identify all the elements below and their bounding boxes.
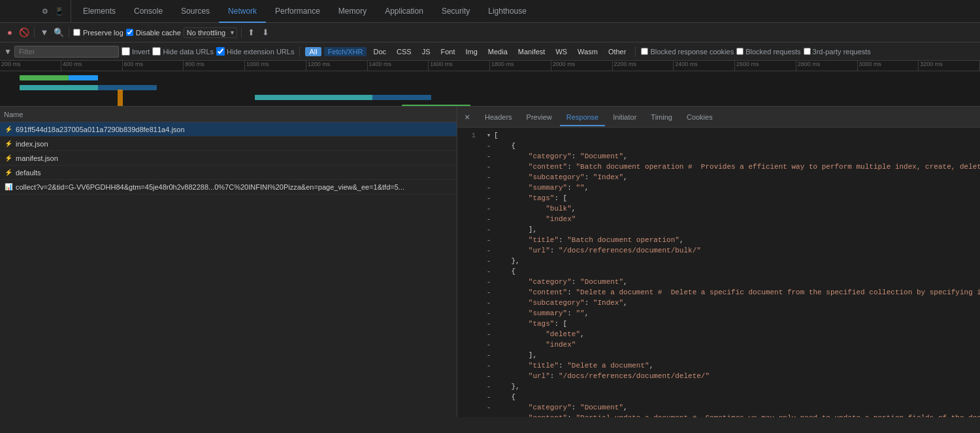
tab-bar: ⚙ 📱 Elements Console Sources Network Per… [0, 0, 980, 23]
type-btn-manifest[interactable]: Manifest [514, 47, 549, 56]
panel-tab-initiator[interactable]: Initiator [606, 108, 643, 126]
type-btn-all[interactable]: All [305, 47, 321, 56]
blocked-cookies-label[interactable]: Blocked response cookies [641, 48, 734, 56]
third-party-checkbox[interactable] [804, 48, 811, 55]
hide-extension-urls-label[interactable]: Hide extension URLs [216, 47, 294, 56]
type-btn-ws[interactable]: WS [551, 47, 571, 56]
third-party-label[interactable]: 3rd-party requests [804, 48, 871, 56]
invert-checkbox-label[interactable]: Invert [122, 47, 150, 56]
json-line-13: - }, [457, 256, 980, 266]
tick-2000: 2000 ms [551, 61, 613, 71]
divider1 [34, 27, 35, 38]
hide-data-urls-label[interactable]: Hide data URLs [152, 47, 214, 56]
blocked-requests-label[interactable]: Blocked requests [736, 48, 800, 56]
filter-button[interactable]: ▼ [39, 27, 50, 39]
tick-1200: 1200 ms [306, 61, 368, 71]
type-btn-other[interactable]: Other [604, 47, 630, 56]
blocked-cookies-text: Blocked response cookies [650, 48, 734, 56]
json-content[interactable]: 1 ▾ [ - { - "category": "Document", - "c… [457, 128, 980, 417]
type-btn-fetch-xhr[interactable]: Fetch/XHR [324, 47, 367, 56]
tab-lighthouse[interactable]: Lighthouse [479, 0, 536, 23]
tab-sources[interactable]: Sources [172, 0, 219, 23]
record-button[interactable]: ● [4, 27, 16, 39]
json-line-3: - "category": "Document", [457, 151, 980, 162]
request-list: Name ⚡ 691ff544d18a237005a011a7290b839d8… [0, 107, 457, 417]
type-btn-font[interactable]: Font [436, 47, 459, 56]
type-btn-media[interactable]: Media [484, 47, 512, 56]
panel-tab-preview[interactable]: Preview [520, 108, 559, 126]
json-line-4: - "content": "Batch document operation #… [457, 162, 980, 172]
filter-icon: ▼ [4, 47, 12, 56]
json-line-20: - "delete", [457, 329, 980, 339]
filter-divider2 [635, 46, 636, 57]
panel-tabs: × Headers Preview Response Initiator Tim… [457, 107, 980, 128]
tick-1000: 1000 ms [245, 61, 306, 71]
bar-1b [69, 75, 98, 80]
request-icon-1: ⚡ [4, 139, 13, 148]
device-toggle-icon[interactable]: 📱 [54, 5, 65, 17]
divider2 [69, 27, 69, 38]
blocked-requests-checkbox[interactable] [736, 48, 743, 55]
json-line-7: - "tags": [ [457, 193, 980, 203]
json-line-28: - "content": "Partial update a document … [457, 413, 980, 417]
timeline-bars [0, 71, 980, 107]
json-line-6: - "summary": "", [457, 182, 980, 193]
tab-console[interactable]: Console [125, 0, 172, 23]
type-btn-img[interactable]: Img [461, 47, 481, 56]
json-line-1: 1 ▾ [ [457, 130, 980, 141]
main-content: Name ⚡ 691ff544d18a237005a011a7290b839d8… [0, 107, 980, 417]
tab-security[interactable]: Security [433, 0, 479, 23]
panel-close-button[interactable]: × [461, 111, 473, 123]
type-btn-doc[interactable]: Doc [369, 47, 390, 56]
type-btn-js[interactable]: JS [418, 47, 434, 56]
request-row-0[interactable]: ⚡ 691ff544d18a237005a011a7290b839d8fe811… [0, 122, 457, 137]
type-btn-wasm[interactable]: Wasm [574, 47, 602, 56]
tab-memory[interactable]: Memory [329, 0, 376, 23]
bar-1 [20, 75, 69, 80]
request-name-0: 691ff544d18a237005a011a7290b839d8fe811a4… [16, 126, 453, 133]
disable-cache-label[interactable]: Disable cache [126, 29, 181, 37]
preserve-log-checkbox[interactable] [73, 29, 80, 36]
request-row-1[interactable]: ⚡ index.json [0, 137, 457, 151]
request-name-2: manifest.json [16, 154, 453, 162]
blocked-cookies-checkbox[interactable] [641, 48, 648, 55]
json-line-11: - "title": "Batch document operation", [457, 235, 980, 245]
hide-data-urls-checkbox[interactable] [152, 47, 161, 56]
clear-button[interactable]: 🚫 [18, 27, 30, 39]
panel-tab-timing[interactable]: Timing [644, 108, 679, 126]
tick-200: 200 ms [0, 61, 61, 71]
import-button[interactable]: ⬆ [246, 27, 257, 39]
tick-400: 400 ms [61, 61, 123, 71]
invert-checkbox[interactable] [122, 47, 130, 56]
hide-data-urls-text: Hide data URLs [163, 48, 214, 56]
preserve-log-label[interactable]: Preserve log [73, 29, 123, 37]
filter-input[interactable] [14, 46, 119, 58]
json-line-15: - "category": "Document", [457, 277, 980, 287]
request-row-3[interactable]: ⚡ defaults [0, 165, 457, 180]
tick-2800: 2800 ms [796, 61, 858, 71]
timeline-row-1 [0, 73, 980, 82]
json-line-8: - "bulk", [457, 203, 980, 214]
tab-elements[interactable]: Elements [74, 0, 125, 23]
tick-3200: 3200 ms [919, 61, 980, 71]
search-button[interactable]: 🔍 [53, 27, 65, 39]
tick-2600: 2600 ms [735, 61, 796, 71]
json-line-18: - "summary": "", [457, 308, 980, 319]
type-btn-css[interactable]: CSS [393, 47, 416, 56]
hide-extension-urls-checkbox[interactable] [216, 47, 225, 56]
panel-tab-headers[interactable]: Headers [478, 108, 519, 126]
request-row-2[interactable]: ⚡ manifest.json [0, 151, 457, 165]
tick-3000: 3000 ms [858, 61, 919, 71]
disable-cache-checkbox[interactable] [126, 29, 133, 36]
panel-tab-response[interactable]: Response [560, 108, 606, 126]
tab-application[interactable]: Application [376, 0, 433, 23]
request-row-4[interactable]: 📊 collect?v=2&tid=G-VV6PGDHH84&gtm=45je4… [0, 180, 457, 194]
panel-tab-cookies[interactable]: Cookies [680, 108, 719, 126]
devtools-icon[interactable]: ⚙ [39, 5, 51, 17]
tab-network[interactable]: Network [219, 0, 266, 23]
request-icon-4: 📊 [4, 182, 13, 192]
throttle-select[interactable]: No throttling [184, 27, 237, 38]
export-button[interactable]: ⬇ [260, 27, 272, 39]
network-toolbar: ● 🚫 ▼ 🔍 Preserve log Disable cache No th… [0, 23, 980, 43]
tab-performance[interactable]: Performance [266, 0, 329, 23]
